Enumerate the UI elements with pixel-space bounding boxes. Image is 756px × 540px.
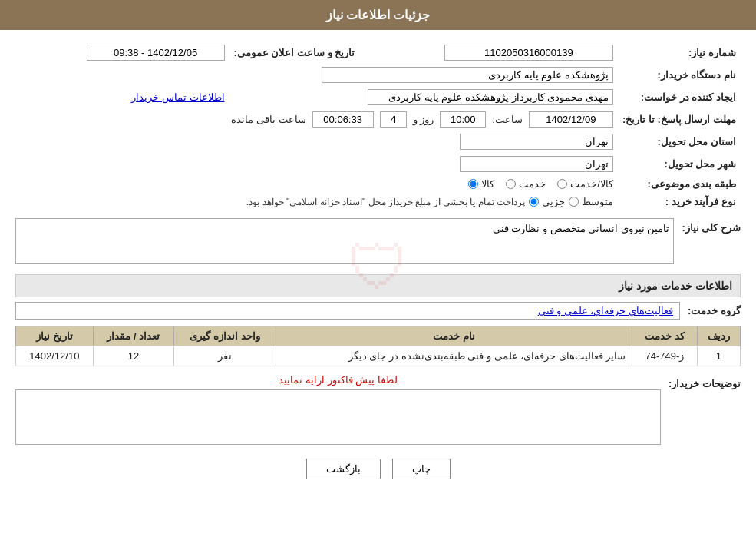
tozi-section: توضیحات خریدار: لطفا پیش فاکتور ارایه نم… [15, 374, 741, 447]
col-tedad: تعداد / مقدار [93, 326, 173, 346]
page-header: جزئیات اطلاعات نیاز [0, 0, 756, 30]
shahr-input[interactable] [460, 156, 613, 172]
mohlat-date-input[interactable] [529, 111, 613, 128]
sharh-box [15, 218, 674, 267]
tarikh-input[interactable] [87, 45, 225, 61]
tozi-label: توضیحات خریدار: [669, 374, 741, 389]
tozi-textarea[interactable] [15, 389, 661, 445]
nam-dastgah-cell [15, 64, 618, 86]
ostan-input[interactable] [460, 134, 613, 150]
sharh-textarea[interactable] [15, 218, 674, 264]
ostan-label: استان محل تحویل: [618, 131, 741, 153]
mohlat-saat-input[interactable] [440, 111, 486, 128]
services-table: ردیف کد خدمت نام خدمت واحد اندازه گیری ت… [15, 326, 741, 366]
ijad-input[interactable] [368, 89, 613, 105]
radio-jozi[interactable]: جزیی [529, 196, 565, 207]
ijad-label: ایجاد کننده در خواست: [618, 86, 741, 108]
khadamat-section-header: اطلاعات خدمات مورد نیاز [15, 274, 741, 297]
mohlat-saat-label: ساعت: [492, 114, 523, 125]
info-table: شماره نیاز: تاریخ و ساعت اعلان عمومی: نا… [15, 41, 741, 210]
col-radif: ردیف [697, 326, 740, 346]
col-nam: نام خدمت [276, 326, 632, 346]
radio-jozi-input[interactable] [529, 197, 539, 207]
radio-kala[interactable]: کالا [468, 178, 494, 190]
print-button[interactable]: چاپ [392, 459, 451, 479]
radio-jozi-label: جزیی [542, 196, 565, 207]
cell-tarikh: 1402/12/10 [16, 346, 94, 366]
mohlat-baqi-label: ساعت باقی مانده [231, 114, 305, 125]
col-kod: کد خدمت [632, 326, 697, 346]
tozi-box: لطفا پیش فاکتور ارایه نمایید [15, 374, 661, 447]
gorohe-khadamat-row: گروه خدمت: فعالیت‌های حرفه‌ای، علمی و فن… [15, 302, 741, 320]
cell-tedad: 12 [93, 346, 173, 366]
sharh-section: شرح کلی نیاز: [15, 218, 741, 267]
cell-kod: ز-749-74 [632, 346, 697, 366]
radio-khadamat-label: خدمت [519, 178, 546, 190]
tabaqe-cell: کالا/خدمت خدمت کالا [15, 175, 618, 193]
nam-dastgah-input[interactable] [322, 67, 613, 83]
radio-khadamat-input[interactable] [506, 179, 516, 189]
mohlat-roz-label: روز و [413, 114, 434, 125]
gorohe-text: فعالیت‌های حرفه‌ای، علمی و فنی [538, 305, 673, 316]
radio-kala-input[interactable] [468, 179, 478, 189]
radio-motavaset[interactable]: متوسط [569, 196, 613, 207]
tabaqe-label: طبقه بندی موضوعی: [618, 175, 741, 193]
tarikh-value-cell [15, 41, 229, 64]
radio-kala-label: کالا [481, 178, 494, 190]
cell-nam: سایر فعالیت‌های حرفه‌ای، علمی و فنی طبقه… [276, 346, 632, 366]
ostan-cell [15, 131, 618, 153]
table-row: 1 ز-749-74 سایر فعالیت‌های حرفه‌ای، علمی… [16, 346, 741, 366]
tarikh-label: تاریخ و ساعت اعلان عمومی: [229, 41, 360, 64]
radio-motavaset-label: متوسط [582, 196, 613, 207]
shahr-label: شهر محل تحویل: [618, 153, 741, 175]
etelaat-cell: اطلاعات تماس خریدار [15, 86, 229, 108]
col-vahed: واحد اندازه گیری [174, 326, 276, 346]
buttons-row: چاپ بازگشت [15, 459, 741, 479]
nooe-cell: متوسط جزیی پرداخت تمام یا بخشی از مبلغ خ… [15, 193, 618, 210]
radio-kala-khadamat[interactable]: کالا/خدمت [557, 178, 613, 190]
sharh-label: شرح کلی نیاز: [682, 218, 741, 234]
note-text: لطفا پیش فاکتور ارایه نمایید [15, 374, 661, 386]
back-button[interactable]: بازگشت [306, 459, 381, 479]
nooe-label: نوع فرآیند خرید : [618, 193, 741, 210]
cell-vahed: نفر [174, 346, 276, 366]
nam-dastgah-label: نام دستگاه خریدار: [618, 64, 741, 86]
col-tarikh: تاریخ نیاز [16, 326, 94, 346]
gorohe-value: فعالیت‌های حرفه‌ای، علمی و فنی [15, 302, 680, 320]
mohlat-roz-input[interactable] [380, 111, 407, 128]
ijad-cell [229, 86, 618, 108]
etelaat-link[interactable]: اطلاعات تماس خریدار [131, 91, 224, 103]
radio-motavaset-input[interactable] [569, 197, 579, 207]
shomara-label: شماره نیاز: [618, 41, 741, 64]
radio-kala-khadamat-label: کالا/خدمت [570, 178, 613, 190]
radio-khadamat[interactable]: خدمت [506, 178, 546, 190]
shahr-cell [15, 153, 618, 175]
mohlat-baqi-input[interactable] [312, 111, 374, 128]
mohlat-cell: ساعت: روز و ساعت باقی مانده [15, 108, 618, 131]
cell-radif: 1 [697, 346, 740, 366]
radio-kala-khadamat-input[interactable] [557, 179, 567, 189]
shomara-value-cell [359, 41, 618, 64]
gorohe-label: گروه خدمت: [688, 305, 741, 316]
nooe-desc: پرداخت تمام یا بخشی از مبلغ خریداز محل "… [246, 197, 525, 207]
shomara-input[interactable] [444, 45, 613, 61]
mohlat-label: مهلت ارسال پاسخ: تا تاریخ: [618, 108, 741, 131]
